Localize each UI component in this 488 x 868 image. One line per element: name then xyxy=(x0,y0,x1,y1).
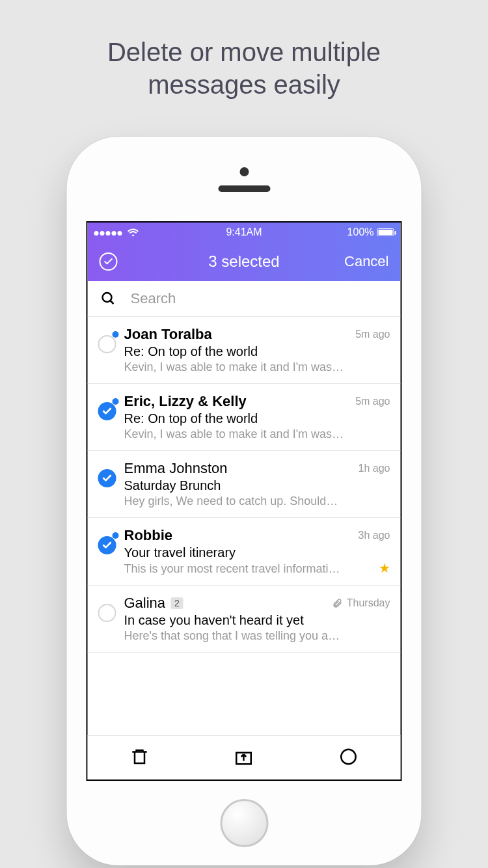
check-icon xyxy=(102,406,113,416)
subject: Re: On top of the world xyxy=(124,411,390,426)
thread-count-badge: 2 xyxy=(170,597,183,609)
timestamp: 1h ago xyxy=(353,463,390,474)
email-row[interactable]: Galina2ThursdayIn case you haven't heard… xyxy=(88,586,401,653)
status-bar: 9:41AM 100% xyxy=(88,223,401,242)
preview-text: This is your most recent travel informat… xyxy=(124,562,375,576)
svg-point-4 xyxy=(341,749,356,764)
check-icon xyxy=(102,540,113,550)
battery-icon xyxy=(377,228,394,236)
email-row[interactable]: Joan Toralba5m agoRe: On top of the worl… xyxy=(88,317,401,384)
cancel-button[interactable]: Cancel xyxy=(344,253,388,270)
bottom-toolbar xyxy=(88,735,401,780)
home-button[interactable] xyxy=(220,799,268,847)
status-time: 9:41AM xyxy=(226,226,262,238)
signal-dots-icon xyxy=(94,226,124,238)
promo-headline: Delete or move multiple messages easily xyxy=(0,0,488,101)
circle-icon xyxy=(338,747,358,766)
phone-frame: 9:41AM 100% 3 selected Cancel Joan Toral… xyxy=(67,137,422,865)
trash-icon xyxy=(130,747,150,766)
svg-point-0 xyxy=(103,293,112,302)
sender-name: Emma Johnston xyxy=(124,460,228,477)
subject: Saturday Brunch xyxy=(124,478,390,493)
select-checkbox[interactable] xyxy=(98,335,116,353)
subject: In case you haven't heard it yet xyxy=(124,613,390,628)
preview-text: Here's that song that I was telling you … xyxy=(124,629,390,643)
nav-title: 3 selected xyxy=(208,252,279,271)
preview-text: Hey girls, We need to catch up. Should… xyxy=(124,495,390,508)
sender-name: Galina xyxy=(124,595,166,612)
attachment-icon xyxy=(332,598,343,608)
mark-button[interactable] xyxy=(338,747,358,769)
select-checkbox[interactable] xyxy=(98,469,116,487)
sender-name: Robbie xyxy=(124,527,173,544)
phone-camera xyxy=(239,167,249,176)
timestamp: 5m ago xyxy=(350,396,390,407)
battery-percent: 100% xyxy=(347,226,374,238)
email-row[interactable]: Robbie3h agoYour travel itineraryThis is… xyxy=(88,518,401,586)
star-icon[interactable]: ★ xyxy=(379,560,390,576)
move-to-folder-icon xyxy=(234,747,254,766)
unread-dot-icon xyxy=(113,398,119,405)
preview-text: Kevin, I was able to make it and I'm was… xyxy=(124,427,390,441)
subject: Your travel itinerary xyxy=(124,545,390,560)
select-checkbox[interactable] xyxy=(98,604,116,622)
unread-dot-icon xyxy=(113,532,119,539)
nav-bar: 3 selected Cancel xyxy=(88,242,401,281)
sender-name: Joan Toralba xyxy=(124,326,212,343)
search-icon xyxy=(101,291,116,306)
phone-speaker xyxy=(218,185,270,192)
timestamp: 5m ago xyxy=(350,329,390,340)
select-checkbox[interactable] xyxy=(98,402,116,420)
email-list[interactable]: Joan Toralba5m agoRe: On top of the worl… xyxy=(88,317,401,653)
unread-dot-icon xyxy=(113,331,119,338)
email-row[interactable]: Eric, Lizzy & Kelly5m agoRe: On top of t… xyxy=(88,384,401,451)
check-icon xyxy=(103,256,114,267)
wifi-icon xyxy=(128,228,139,237)
timestamp: 3h ago xyxy=(353,530,390,541)
search-input[interactable] xyxy=(131,290,388,307)
select-checkbox[interactable] xyxy=(98,536,116,554)
screen: 9:41AM 100% 3 selected Cancel Joan Toral… xyxy=(87,221,402,781)
move-button[interactable] xyxy=(234,747,254,769)
email-row[interactable]: Emma Johnston1h agoSaturday BrunchHey gi… xyxy=(88,451,401,518)
preview-text: Kevin, I was able to make it and I'm was… xyxy=(124,360,390,374)
sender-name: Eric, Lizzy & Kelly xyxy=(124,393,247,410)
check-icon xyxy=(102,473,113,483)
delete-button[interactable] xyxy=(130,747,150,769)
timestamp: Thursday xyxy=(327,597,390,609)
subject: Re: On top of the world xyxy=(124,344,390,359)
select-all-button[interactable] xyxy=(100,252,118,271)
svg-line-1 xyxy=(111,301,114,304)
search-row[interactable] xyxy=(88,281,401,317)
